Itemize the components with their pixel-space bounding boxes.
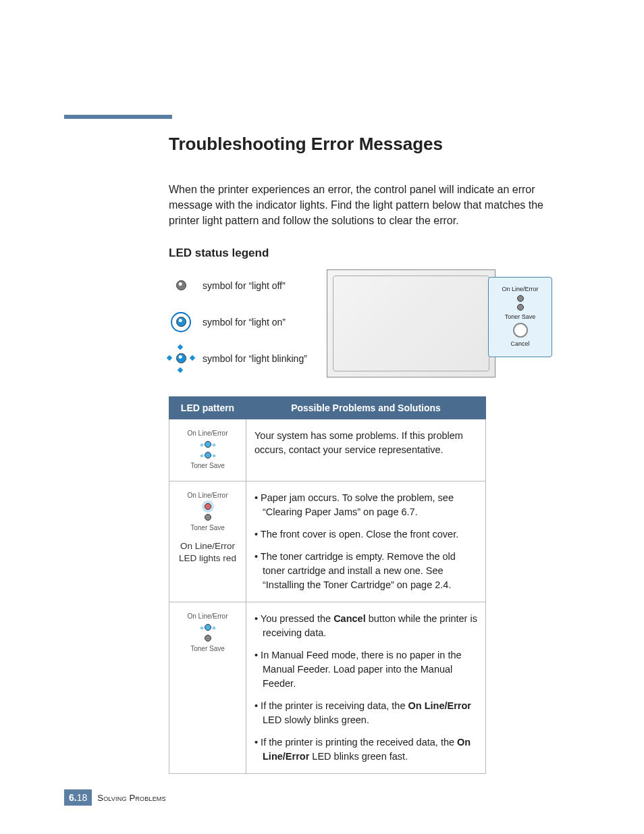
control-panel-callout: On Line/Error Toner Save Cancel [488,277,552,357]
table-header-pattern: LED pattern [169,396,246,419]
mini-led-online-icon [205,503,211,510]
printer-illustration: On Line/Error Toner Save Cancel [327,269,495,377]
pattern-cell: On Line/Error Toner Save On Line/Error L… [169,481,246,602]
solution-cell: You pressed the Cancel button while the … [246,602,486,773]
mini-led-toner-icon [205,635,211,642]
mini-led-toner-icon [205,514,211,521]
led-pattern-table: LED pattern Possible Problems and Soluti… [169,396,486,774]
page-number: 18 [77,792,88,803]
mini-led-online-icon [205,624,211,631]
solution-list: You pressed the Cancel button while the … [254,612,477,764]
led-blink-icon [169,346,193,371]
panel-led-toner-icon [517,304,524,311]
mini-label: Toner Save [190,523,225,533]
list-item: If the printer is printing the received … [254,735,477,764]
panel-label-toner: Toner Save [491,313,549,320]
panel-led-online-icon [517,295,524,302]
led-on-icon [169,310,193,334]
legend-item-blink: symbol for “light blinking” [169,346,317,371]
list-item: The toner cartridge is empty. Remove the… [254,550,477,592]
solution-list: Paper jam occurs. To solve the problem, … [254,491,477,592]
mini-label: Toner Save [190,461,225,471]
legend-title: LED status legend [169,246,547,260]
legend-label: symbol for “light off” [203,280,286,291]
section-rule [64,115,172,119]
list-item: In Manual Feed mode, there is no paper i… [254,648,477,691]
legend-label: symbol for “light blinking” [203,353,307,364]
table-row: On Line/Error Toner Save You pressed the… [169,602,486,773]
legend-label: symbol for “light on” [203,317,286,328]
list-item: Paper jam occurs. To solve the problem, … [254,491,477,519]
legend-area: symbol for “light off” symbol for “light… [169,269,547,377]
panel-label-online: On Line/Error [491,286,549,292]
legend-item-on: symbol for “light on” [169,310,317,334]
table-row: On Line/Error Toner Save On Line/Error L… [169,481,486,602]
table-row: On Line/Error Toner Save Your system has… [169,419,486,481]
list-item: If the printer is receiving data, the On… [254,699,477,727]
mini-label: On Line/Error [187,429,227,439]
intro-paragraph: When the printer experiences an error, t… [169,182,547,229]
pattern-cell: On Line/Error Toner Save [169,602,246,773]
mini-led-toner-icon [205,452,211,459]
pattern-cell: On Line/Error Toner Save [169,419,246,481]
mini-label: On Line/Error [187,612,227,622]
mini-led-online-icon [205,441,211,448]
panel-cancel-button-icon [513,323,528,338]
mini-label: Toner Save [190,644,225,654]
mini-label: On Line/Error [187,491,227,501]
legend-item-off: symbol for “light off” [169,273,317,298]
led-off-icon [169,273,193,298]
legend-list: symbol for “light off” symbol for “light… [169,269,317,377]
table-header-solutions: Possible Problems and Solutions [246,396,486,419]
solution-cell: Your system has some problems. If this p… [246,419,486,481]
list-item: The front cover is open. Close the front… [254,527,477,542]
page-heading: Troubleshooting Error Messages [169,134,547,155]
pattern-sublabel: On Line/Error LED lights red [178,540,238,565]
page-footer: 6.18 Solving Problems [64,789,166,806]
footer-title: Solving Problems [97,793,166,803]
chapter-number: 6. [69,792,77,803]
list-item: You pressed the Cancel button while the … [254,612,477,640]
panel-label-cancel: Cancel [491,340,549,347]
page-number-box: 6.18 [64,789,92,806]
solution-cell: Paper jam occurs. To solve the problem, … [246,481,486,602]
